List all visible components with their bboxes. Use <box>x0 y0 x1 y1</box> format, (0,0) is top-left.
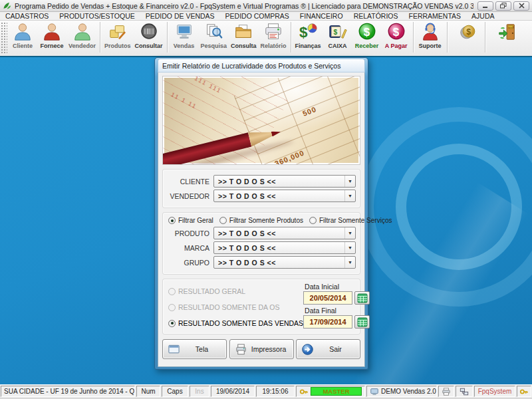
data-inicial-input[interactable]: 20/05/2014 <box>303 291 352 305</box>
button-label: Impressora <box>249 345 293 353</box>
toolbar-pesquisa-button[interactable]: Pesquisa <box>199 21 229 54</box>
radio-circle <box>219 217 227 224</box>
status-caps: Caps <box>162 386 188 397</box>
toolbar-label: Receber <box>355 43 379 49</box>
exit-door-icon: EXIT <box>497 22 517 42</box>
vendedor-dropdown[interactable]: >> T O D O S << ▼ <box>213 190 356 202</box>
radio-resultado-somente-das-vendas[interactable]: RESULTADO SOMENTE DAS VENDAS <box>168 319 303 327</box>
toolbar-label: Relatório <box>261 43 287 49</box>
toolbar-relatorio-button[interactable]: Relatório <box>259 21 289 54</box>
window-title: Programa Pedido de Vendas + Estoque & Fi… <box>15 2 473 10</box>
toolbar-fornece-button[interactable]: Fornece <box>37 21 66 54</box>
master-badge: MASTER <box>311 387 362 396</box>
radio-circle <box>309 217 317 224</box>
grupo-dropdown[interactable]: >> T O D O S << ▼ <box>213 256 356 269</box>
status-printer-cell <box>438 386 454 397</box>
toolbar-exit-button[interactable]: EXIT <box>493 21 522 54</box>
menu-pedido-de-vendas[interactable]: PEDIDO DE VENDAS <box>140 12 220 21</box>
menu-ajuda[interactable]: AJUDA <box>466 12 499 21</box>
radio-resultado-somente-da-os: RESULTADO SOMENTE DA OS <box>168 303 303 311</box>
toolbar-cliente-button[interactable]: Cliente <box>8 21 37 54</box>
barcode-circle-icon <box>139 22 159 42</box>
green-dollar-sphere-icon: $ <box>357 22 377 42</box>
menu-pedido-compras[interactable]: PEDIDO COMPRAS <box>220 12 295 21</box>
exit-arrow-circle-icon <box>301 343 314 356</box>
result-radios: RESULTADO GERAL RESULTADO SOMENTE DA OS … <box>167 283 303 331</box>
key-icon <box>519 387 529 396</box>
sair-button[interactable]: Sair <box>296 339 360 359</box>
menu-produtos-estoque[interactable]: PRODUTOS/ESTOQUE <box>54 12 140 21</box>
svg-text:$: $ <box>333 29 337 36</box>
toolbar-vendas-button[interactable]: Vendas <box>170 21 199 54</box>
dialog-titlebar[interactable]: Emitir Relatório de Lucratividade dos Pr… <box>158 59 365 72</box>
impressora-button[interactable]: Impressora <box>229 339 294 359</box>
button-label: Tela <box>182 345 226 353</box>
radio-label: Filtrar Somente Produtos <box>229 217 303 224</box>
toolbar-separator <box>485 22 485 53</box>
toolbar-label: Vendedor <box>68 43 96 49</box>
close-button[interactable] <box>513 1 529 11</box>
produto-row: PRODUTO >> T O D O S << ▼ <box>167 227 356 239</box>
cash-book-icon: $ <box>328 22 348 42</box>
application-window: Programa Pedido de Vendas + Estoque & Fi… <box>0 0 532 399</box>
radio-filtrar-geral[interactable]: Filtrar Geral <box>168 217 213 224</box>
calendar-start-button[interactable] <box>354 291 370 305</box>
toolbar-coin-button[interactable]: $ <box>454 21 483 54</box>
toolbar-apagar-button[interactable]: $ A Pagar <box>382 21 411 54</box>
cliente-dropdown-value: >> T O D O S << <box>214 178 344 186</box>
window-titlebar: Programa Pedido de Vendas + Estoque & Fi… <box>0 0 532 12</box>
calendar-end-button[interactable] <box>354 315 370 329</box>
menu-ferramentas[interactable]: FERRAMENTAS <box>404 12 467 21</box>
toolbar-grip <box>1 22 7 54</box>
svg-text:$: $ <box>392 26 399 39</box>
cliente-dropdown[interactable]: >> T O D O S << ▼ <box>213 175 356 188</box>
minimize-button[interactable] <box>477 1 493 11</box>
menu-cadastros[interactable]: CADASTROS <box>0 12 54 21</box>
tela-button[interactable]: Tela <box>162 339 227 359</box>
toolbar-separator <box>291 22 291 53</box>
grupo-dropdown-value: >> T O D O S << <box>214 259 344 267</box>
demo-version-label: DEMO Vendas 2.0 <box>381 388 436 395</box>
menu-relatorios[interactable]: RELATÓRIOS <box>348 12 404 21</box>
toolbar-consulta-button[interactable]: Consulta <box>229 21 259 54</box>
search-documents-icon <box>203 22 223 42</box>
coin-icon: $ <box>458 22 478 42</box>
menu-financeiro[interactable]: FINANCEIRO <box>295 12 348 21</box>
toolbar-consultar-button[interactable]: Consultar <box>133 21 165 54</box>
toolbar-receber-button[interactable]: $ Receber <box>352 21 382 54</box>
date-range: Data Inicial 20/05/2014 Data Final 17/09… <box>303 283 372 331</box>
status-bar: SUA CIDADE - UF 19 de Junho de 2014 - Qu… <box>0 384 532 398</box>
marca-dropdown[interactable]: >> T O D O S << ▼ <box>213 241 356 254</box>
toolbar-label: A Pagar <box>385 43 408 49</box>
toolbar-separator <box>413 22 414 53</box>
chevron-down-icon: ▼ <box>344 190 355 201</box>
radio-label: Filtrar Geral <box>178 217 213 224</box>
data-final-input[interactable]: 17/09/2014 <box>303 315 352 329</box>
svg-text:EXIT: EXIT <box>508 27 514 29</box>
restore-button[interactable] <box>495 1 511 11</box>
toolbar-caixa-button[interactable]: $ CAIXA <box>323 21 352 54</box>
radio-label: RESULTADO SOMENTE DA OS <box>178 303 279 311</box>
toolbar-suporte-button[interactable]: Suporte <box>416 21 445 54</box>
radio-filtrar-somente-servicos[interactable]: Filtrar Somente Serviços <box>309 217 392 224</box>
produto-dropdown[interactable]: >> T O D O S << ▼ <box>213 227 356 239</box>
chevron-down-icon: ▼ <box>344 257 355 268</box>
radio-filtrar-somente-produtos[interactable]: Filtrar Somente Produtos <box>219 217 303 224</box>
toolbar-label: Finanças <box>295 43 321 49</box>
toolbar-vendedor-button[interactable]: Vendedor <box>66 21 98 54</box>
minimize-icon <box>482 3 489 9</box>
screen-window-icon <box>168 343 180 356</box>
app-logo-icon <box>3 1 11 10</box>
toolbar-label: CAIXA <box>329 43 347 49</box>
toolbar-produtos-button[interactable]: Produtos <box>102 21 133 54</box>
printer-icon <box>442 387 451 396</box>
toolbar-financas-button[interactable]: $ Finanças <box>293 21 323 54</box>
chevron-down-icon: ▼ <box>344 176 355 187</box>
product-filter-panel: Filtrar Geral Filtrar Somente Produtos F… <box>162 212 360 275</box>
toolbar-label: Fornece <box>40 43 63 49</box>
product-boxes-icon <box>108 22 128 42</box>
grupo-label: GRUPO <box>167 259 209 267</box>
toolbar-separator <box>100 22 100 53</box>
dollar-pie-icon: $ <box>298 22 318 42</box>
network-icon <box>460 387 469 396</box>
